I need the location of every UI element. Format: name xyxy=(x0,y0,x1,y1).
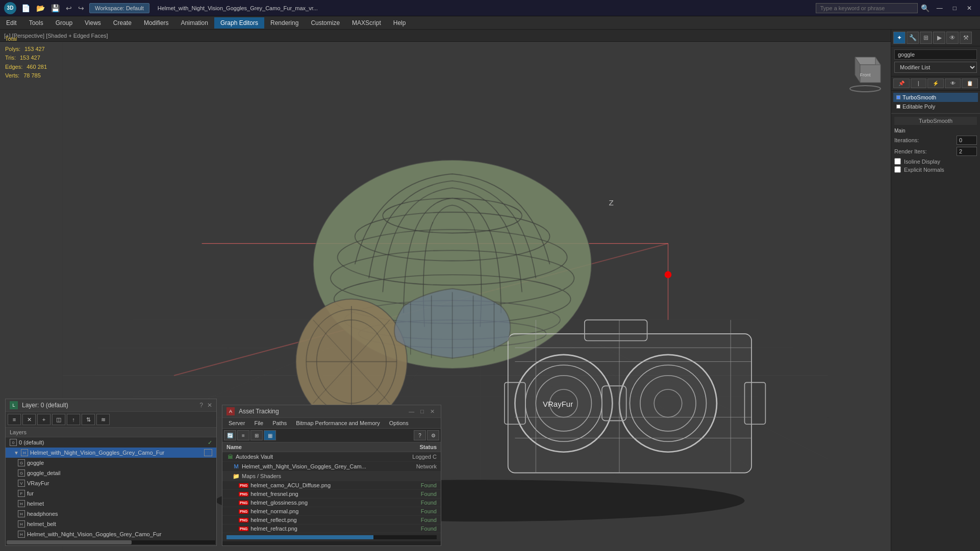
layers-toolbar-btn-1[interactable]: ≡ xyxy=(8,414,21,425)
panel-icon-display[interactable]: 👁 xyxy=(946,32,959,44)
mod-move-button[interactable]: 📋 xyxy=(962,78,978,88)
mod-stack-editablepoly[interactable]: Editable Poly xyxy=(893,102,978,111)
layers-toolbar-btn-7[interactable]: ≋ xyxy=(96,414,110,425)
layers-toolbar-btn-4[interactable]: ◫ xyxy=(52,414,65,425)
modifier-search-input[interactable] xyxy=(894,49,977,60)
menu-customize[interactable]: Customize xyxy=(305,17,346,29)
layer-row-vrayfur[interactable]: V VRayFur xyxy=(14,478,216,488)
menu-create[interactable]: Create xyxy=(107,17,138,29)
undo-icon[interactable]: ↩ xyxy=(64,3,74,13)
mod-show-button[interactable]: 👁 xyxy=(945,78,961,88)
menu-help[interactable]: Help xyxy=(387,17,412,29)
nav-cube[interactable]: Front xyxy=(845,47,886,88)
mod-name-editablepoly: Editable Poly xyxy=(902,103,935,110)
asset-row-maps[interactable]: 📁 Maps / Shaders xyxy=(222,471,441,481)
menu-group[interactable]: Group xyxy=(49,17,79,29)
mod-select-button[interactable]: ⚡ xyxy=(927,78,944,88)
mod-pin-button[interactable]: 📌 xyxy=(893,78,910,88)
menu-graph-editors[interactable]: Graph Editors xyxy=(214,17,264,29)
asset-toolbar-btn-3[interactable]: ⊞ xyxy=(250,430,263,440)
asset-row-diffuse[interactable]: PNG helmet_camo_ACU_Diffuse.png Found xyxy=(222,481,441,490)
svg-point-35 xyxy=(654,389,682,417)
minimize-button[interactable]: — xyxy=(933,3,947,14)
layers-toolbar-btn-add[interactable]: + xyxy=(37,414,51,425)
asset-toolbar-btn-grid[interactable]: ▦ xyxy=(264,430,276,440)
search-icon[interactable]: 🔍 xyxy=(921,4,929,12)
menu-animation[interactable]: Animation xyxy=(175,17,214,29)
open-icon[interactable]: 📂 xyxy=(34,3,47,13)
asset-row-glossiness[interactable]: PNG helmet_glossiness.png Found xyxy=(222,498,441,507)
layers-help-button[interactable]: ? xyxy=(199,402,203,409)
layer-row-helmet-belt[interactable]: H helmet_belt xyxy=(14,519,216,529)
asset-name-maps: Maps / Shaders xyxy=(242,473,391,479)
asset-menu-paths[interactable]: Paths xyxy=(268,419,291,427)
modifier-dropdown[interactable]: Modifier List xyxy=(894,62,977,73)
asset-menu-bitmap[interactable]: Bitmap Performance and Memory xyxy=(292,419,384,427)
asset-settings-button[interactable]: ⚙ xyxy=(427,430,439,440)
asset-row-fresnel[interactable]: PNG helmet_fresnel.png Found xyxy=(222,490,441,498)
layer-row-helmet-obj[interactable]: H helmet xyxy=(14,498,216,509)
asset-row-vault[interactable]: 🏛 Autodesk Vault Logged C xyxy=(222,452,441,462)
layer-row-headphones[interactable]: H headphones xyxy=(14,509,216,519)
layer-row-goggle[interactable]: G goggle xyxy=(14,458,216,468)
modifier-stack: TurboSmooth Editable Poly xyxy=(891,91,980,113)
explicit-normals-checkbox[interactable] xyxy=(894,166,901,173)
svg-text:Front: Front xyxy=(860,72,871,77)
layer-row-default[interactable]: 0 0 (default) ✓ xyxy=(6,437,216,448)
svg-rect-38 xyxy=(505,382,525,424)
menu-edit[interactable]: Edit xyxy=(0,17,23,29)
layer-row-goggle-detail[interactable]: G goggle_detail xyxy=(14,468,216,478)
asset-status-max-file: Network xyxy=(391,463,437,469)
workspace-button[interactable]: Workspace: Default xyxy=(89,3,149,13)
redo-icon[interactable]: ↪ xyxy=(76,3,86,13)
render-iters-input[interactable] xyxy=(957,147,977,156)
asset-close-button[interactable]: ✕ xyxy=(428,408,437,415)
layer-icon-goggle: G xyxy=(18,459,25,466)
svg-rect-39 xyxy=(745,382,766,424)
asset-toolbar-btn-2[interactable]: ≡ xyxy=(237,430,249,440)
asset-menu-file[interactable]: File xyxy=(250,419,267,427)
svg-text:z: z xyxy=(609,197,614,207)
close-button[interactable]: ✕ xyxy=(963,3,976,14)
layers-toolbar-btn-delete[interactable]: ✕ xyxy=(22,414,36,425)
menu-tools[interactable]: Tools xyxy=(23,17,49,29)
menu-views[interactable]: Views xyxy=(79,17,107,29)
menu-modifiers[interactable]: Modifiers xyxy=(138,17,175,29)
panel-icon-modify[interactable]: 🔧 xyxy=(907,32,919,44)
layers-scrollbar[interactable] xyxy=(7,540,215,544)
panel-icon-create[interactable]: ✦ xyxy=(893,32,906,44)
mod-stack-turbosmooth[interactable]: TurboSmooth xyxy=(893,93,978,102)
layers-close-button[interactable]: ✕ xyxy=(207,402,212,409)
asset-toolbar-btn-1[interactable]: 🔄 xyxy=(224,430,236,440)
asset-status-diffuse: Found xyxy=(391,482,437,488)
layer-row-helmet-full[interactable]: H Helmet_with_Night_Vision_Goggles_Grey_… xyxy=(14,529,216,539)
asset-row-reflect[interactable]: PNG helmet_reflect.png Found xyxy=(222,516,441,524)
asset-menu-server[interactable]: Server xyxy=(224,419,249,427)
maximize-button[interactable]: □ xyxy=(949,3,961,14)
search-input[interactable] xyxy=(816,3,918,13)
layer-row-helmet[interactable]: ▼ H Helmet_with_Night_Vision_Goggles_Gre… xyxy=(6,448,216,458)
isoline-checkbox[interactable] xyxy=(894,158,901,165)
asset-row-max-file[interactable]: M Helmet_with_Night_Vision_Goggles_Grey_… xyxy=(222,462,441,471)
asset-help-button[interactable]: ? xyxy=(414,430,426,440)
menu-rendering[interactable]: Rendering xyxy=(264,17,305,29)
iterations-input[interactable] xyxy=(957,136,977,145)
layers-title-icon: L xyxy=(10,401,18,409)
save-icon[interactable]: 💾 xyxy=(49,3,62,13)
layers-toolbar-btn-6[interactable]: ⇅ xyxy=(82,414,95,425)
explicit-normals-label: Explicit Normals xyxy=(904,167,944,173)
layer-row-fur[interactable]: F fur xyxy=(14,488,216,498)
asset-row-normal[interactable]: PNG helmet_normal.png Found xyxy=(222,507,441,516)
asset-minimize-button[interactable]: — xyxy=(407,408,416,415)
new-icon[interactable]: 📄 xyxy=(19,3,32,13)
panel-icon-motion[interactable]: ▶ xyxy=(933,32,945,44)
layers-toolbar-btn-5[interactable]: ↑ xyxy=(67,414,80,425)
panel-icon-utilities[interactable]: ⚒ xyxy=(960,32,972,44)
mod-edit-button[interactable]: | xyxy=(911,78,927,88)
asset-row-refract[interactable]: PNG helmet_refract.png Found xyxy=(222,524,441,533)
asset-maximize-button[interactable]: □ xyxy=(418,408,426,415)
layers-scrollbar-thumb[interactable] xyxy=(7,540,132,544)
panel-icon-hierarchy[interactable]: ⊞ xyxy=(920,32,932,44)
menu-maxscript[interactable]: MAXScript xyxy=(346,17,387,29)
asset-menu-options[interactable]: Options xyxy=(385,419,413,427)
